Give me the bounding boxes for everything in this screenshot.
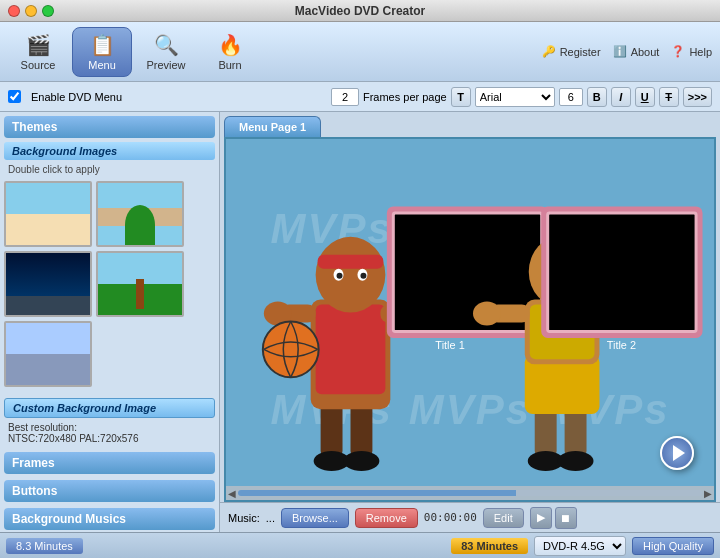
t-label: T (457, 91, 464, 103)
thumbnail-character[interactable] (4, 321, 92, 387)
browse-button[interactable]: Browse... (281, 508, 349, 528)
resolution-line2: NTSC:720x480 PAL:720x576 (8, 433, 138, 444)
main-toolbar: 🎬 Source 📋 Menu 🔍 Preview 🔥 Burn 🔑 Regis… (0, 22, 720, 82)
burn-toolbar-btn[interactable]: 🔥 Burn (200, 27, 260, 77)
thumbnail-tree[interactable] (96, 251, 184, 317)
thumbnail-night[interactable] (4, 251, 92, 317)
help-icon: ❓ (671, 45, 685, 58)
close-button[interactable] (8, 5, 20, 17)
mvp-text-6: MVPs (539, 382, 677, 438)
key-icon: 🔑 (542, 45, 556, 58)
italic-button[interactable]: I (611, 87, 631, 107)
mvp-text-3: MVPs (539, 201, 677, 257)
about-label: About (631, 46, 660, 58)
preview-area: MVPs MVPs MVPs MVPs MVPs MVPs (224, 137, 716, 502)
scrubber-track[interactable] (238, 490, 702, 496)
window-controls[interactable] (8, 5, 54, 17)
quality-display[interactable]: High Quality (632, 537, 714, 555)
status-bar: 8.3 Minutes 83 Minutes DVD-R 4.5G DVD-R … (0, 532, 720, 558)
title-bar: MacVideo DVD Creator (0, 0, 720, 22)
menu-page-1-tab[interactable]: Menu Page 1 (224, 116, 321, 137)
dvd-type-select[interactable]: DVD-R 4.5G DVD-R 8.5G (534, 536, 626, 556)
options-bar: Enable DVD Menu Frames per page T Arial … (0, 82, 720, 112)
burn-label: Burn (218, 59, 241, 71)
source-toolbar-btn[interactable]: 🎬 Source (8, 27, 68, 77)
menu-icon: 📋 (90, 33, 115, 57)
edit-button[interactable]: Edit (483, 508, 524, 528)
time-display: 00:00:00 (424, 511, 477, 524)
right-panel: Menu Page 1 MVPs MVPs MVPs MVPs MVPs MVP… (220, 112, 720, 532)
strikethrough-button[interactable]: T (659, 87, 679, 107)
stop-media-button[interactable]: ⏹ (555, 507, 577, 529)
media-controls: ▶ ⏹ (530, 507, 577, 529)
font-t-button[interactable]: T (451, 87, 471, 107)
frames-header: Frames (4, 452, 215, 474)
burn-icon: 🔥 (218, 33, 243, 57)
underline-button[interactable]: U (635, 87, 655, 107)
bg-images-header: Background Images (4, 142, 215, 160)
scrubber-back-icon[interactable]: ◀ (228, 488, 236, 499)
info-icon: ℹ️ (613, 45, 627, 58)
play-media-button[interactable]: ▶ (530, 507, 552, 529)
hint-text: Double click to apply (0, 162, 219, 177)
mvp-background: MVPs MVPs MVPs MVPs MVPs MVPs (226, 139, 714, 500)
custom-bg-button[interactable]: Custom Background Image (4, 398, 215, 418)
help-label: Help (689, 46, 712, 58)
toolbar-right: 🔑 Register ℹ️ About ❓ Help (542, 45, 712, 58)
strikethrough-icon: T (665, 91, 672, 103)
preview-icon: 🔍 (154, 33, 179, 57)
bold-button[interactable]: B (587, 87, 607, 107)
register-btn[interactable]: 🔑 Register (542, 45, 601, 58)
remove-button[interactable]: Remove (355, 508, 418, 528)
menu-tabs: Menu Page 1 (220, 112, 720, 137)
mvp-text-5: MVPs (401, 382, 539, 438)
menu-toolbar-btn[interactable]: 📋 Menu (72, 27, 132, 77)
minimize-button[interactable] (25, 5, 37, 17)
help-btn[interactable]: ❓ Help (671, 45, 712, 58)
scrubber-bar: ◀ ▶ (226, 486, 714, 500)
window-title: MacVideo DVD Creator (295, 4, 425, 18)
scrubber-forward-icon[interactable]: ▶ (704, 488, 712, 499)
enable-menu-label: Enable DVD Menu (31, 91, 122, 103)
thumbnail-tree-beach[interactable] (96, 181, 184, 247)
register-label: Register (560, 46, 601, 58)
maximize-button[interactable] (42, 5, 54, 17)
format-bar: Frames per page T Arial Times New Roman … (331, 87, 712, 107)
source-label: Source (21, 59, 56, 71)
minutes-left-display: 8.3 Minutes (6, 538, 83, 554)
minutes-right-display: 83 Minutes (451, 538, 528, 554)
left-panel: Themes Background Images Double click to… (0, 112, 220, 532)
about-btn[interactable]: ℹ️ About (613, 45, 660, 58)
music-dots: ... (266, 512, 275, 524)
themes-header: Themes (4, 116, 215, 138)
source-icon: 🎬 (26, 33, 51, 57)
enable-menu-checkbox[interactable] (8, 90, 21, 103)
bold-icon: B (593, 91, 601, 103)
preview-label: Preview (146, 59, 185, 71)
buttons-header: Buttons (4, 480, 215, 502)
italic-icon: I (619, 91, 622, 103)
resolution-line1: Best resolution: (8, 422, 77, 433)
play-button[interactable] (660, 436, 694, 470)
music-label: Music: (228, 512, 260, 524)
play-triangle-icon (673, 445, 685, 461)
music-bar: Music: ... Browse... Remove 00:00:00 Edi… (220, 502, 720, 532)
menu-label: Menu (88, 59, 116, 71)
frames-per-page-label: Frames per page (363, 91, 447, 103)
bg-musics-header: Background Musics (4, 508, 215, 530)
preview-toolbar-btn[interactable]: 🔍 Preview (136, 27, 196, 77)
font-select[interactable]: Arial Times New Roman Helvetica (475, 87, 555, 107)
resolution-text: Best resolution: NTSC:720x480 PAL:720x57… (0, 420, 219, 448)
mvp-text-4: MVPs (262, 382, 400, 438)
underline-icon: U (641, 91, 649, 103)
more-options-button[interactable]: >>> (683, 87, 712, 107)
frame-count-input[interactable] (331, 88, 359, 106)
mvp-text-1: MVPs (262, 201, 400, 257)
mvp-text-2: MVPs (401, 201, 539, 257)
font-size-input[interactable] (559, 88, 583, 106)
thumbnails-area (0, 177, 219, 396)
thumbnail-beach[interactable] (4, 181, 92, 247)
main-content: Themes Background Images Double click to… (0, 112, 720, 532)
